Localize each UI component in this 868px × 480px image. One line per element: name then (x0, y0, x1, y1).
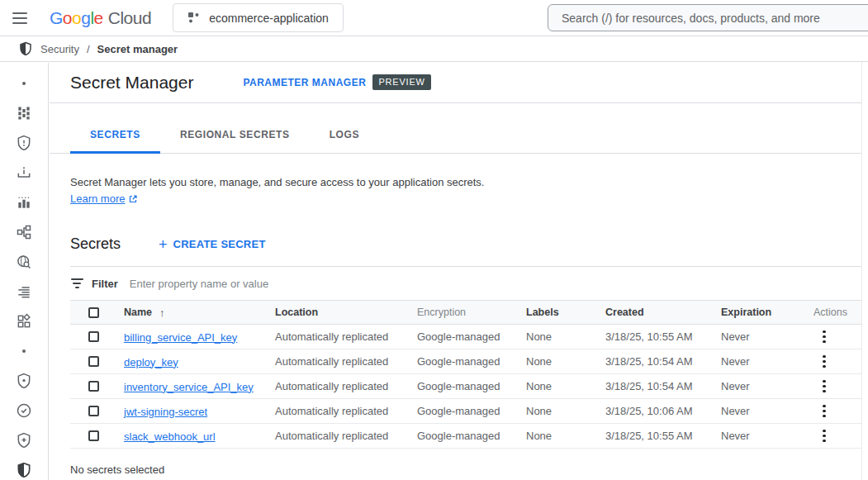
rail-item-compliance[interactable] (0, 396, 48, 425)
column-header-actions: Actions (813, 307, 861, 318)
breadcrumb-current-page: Secret manager (97, 43, 178, 55)
secret-link[interactable]: slack_webhook_url (124, 430, 216, 443)
cell-encryption: Google-managed (417, 380, 526, 392)
globe-search-icon (16, 254, 32, 270)
cell-encryption: Google-managed (417, 330, 526, 343)
rail-item-web-scanner[interactable] (0, 247, 48, 277)
cell-created: 3/18/25, 10:06 AM (605, 405, 721, 417)
secret-link[interactable]: inventory_service_API_key (124, 381, 254, 393)
cell-created: 3/18/25, 10:54 AM (605, 355, 721, 368)
breadcrumb-security[interactable]: Security (40, 43, 79, 55)
learn-more-label: Learn more (70, 191, 125, 207)
rail-item-dot-2[interactable] (0, 336, 48, 366)
row-checkbox[interactable] (88, 331, 99, 342)
google-cloud-logo: Google Cloud (50, 8, 151, 28)
table-row: slack_webhook_url Automatically replicat… (70, 424, 861, 449)
dot-icon (16, 75, 32, 92)
column-header-expiration[interactable]: Expiration (721, 307, 813, 318)
rail-item-overview[interactable] (0, 98, 48, 128)
scrollbar-gutter[interactable] (861, 62, 868, 480)
list-icon (16, 283, 32, 300)
menu-icon[interactable] (2, 0, 38, 36)
table-row: billing_service_API_key Automatically re… (70, 325, 861, 349)
secret-link[interactable]: billing_service_API_key (124, 331, 237, 344)
cell-location: Automatically replicated (275, 430, 417, 442)
service-description-text: Secret Manager lets you store, manage, a… (70, 174, 847, 191)
column-header-name[interactable]: Name (124, 307, 152, 318)
secret-manager-shield-icon (16, 462, 32, 478)
shield-alert-icon (16, 135, 32, 151)
row-checkbox[interactable] (88, 356, 99, 367)
cell-location: Automatically replicated (275, 380, 417, 392)
tab-bar: SECRETS REGIONAL SECRETS LOGS (50, 118, 868, 154)
secrets-table: Name ↑ Location Encryption Labels Create… (70, 300, 861, 449)
row-actions-menu-icon[interactable] (814, 352, 834, 372)
apps-diamond-icon (16, 313, 32, 330)
rail-item-risk-report[interactable] (0, 158, 48, 188)
row-actions-menu-icon[interactable] (814, 377, 834, 397)
parameter-manager-link[interactable]: PARAMETER MANAGER (243, 77, 366, 88)
cell-expiration: Never (721, 430, 813, 442)
create-secret-button[interactable]: + CREATE SECRET (159, 237, 266, 252)
global-search-bar[interactable] (548, 4, 868, 31)
plus-icon: + (159, 237, 168, 252)
rail-item-bar-chart[interactable] (0, 188, 48, 217)
table-row: deploy_key Automatically replicated Goog… (70, 349, 861, 374)
google-logo-text: Google (50, 8, 103, 28)
global-search-input[interactable] (562, 12, 864, 25)
filter-label: Filter (92, 278, 118, 290)
cell-expiration: Never (721, 355, 813, 368)
filter-icon (70, 278, 83, 288)
rail-item-topology[interactable] (0, 217, 48, 247)
table-header-row: Name ↑ Location Encryption Labels Create… (70, 300, 861, 325)
project-selector-button[interactable]: ecommerce-application (173, 3, 344, 32)
preview-badge: PREVIEW (372, 74, 430, 90)
learn-more-link[interactable]: Learn more (70, 191, 138, 207)
cell-labels: None (526, 355, 605, 368)
shield-plus-icon (16, 432, 32, 449)
row-actions-menu-icon[interactable] (814, 402, 834, 421)
row-checkbox[interactable] (88, 381, 99, 392)
secrets-heading: Secrets (70, 235, 121, 253)
rail-item-findings-list[interactable] (0, 277, 48, 307)
sort-ascending-icon[interactable]: ↑ (159, 307, 165, 319)
rail-item-secret-manager[interactable] (0, 455, 48, 480)
top-app-bar: Google Cloud ecommerce-application (0, 0, 868, 36)
tab-regional-secrets[interactable]: REGIONAL SECRETS (160, 118, 310, 154)
rail-item-shield-plus[interactable] (0, 425, 48, 455)
secret-link[interactable]: jwt-signing-secret (124, 406, 207, 418)
row-actions-menu-icon[interactable] (814, 327, 834, 347)
security-nav-rail (0, 63, 49, 480)
service-description: Secret Manager lets you store, manage, a… (70, 174, 847, 207)
breadcrumb-separator: / (87, 43, 90, 55)
rail-item-dot[interactable] (0, 69, 48, 98)
cell-encryption: Google-managed (417, 355, 526, 368)
rail-item-shield-alert[interactable] (0, 128, 48, 158)
filter-input[interactable] (130, 278, 861, 290)
security-shield-icon (18, 40, 33, 57)
rail-item-app-hub[interactable] (0, 307, 48, 336)
rail-item-shield-check[interactable] (0, 366, 48, 396)
cell-location: Automatically replicated (275, 330, 417, 343)
secret-link[interactable]: deploy_key (124, 356, 178, 368)
tab-logs[interactable]: LOGS (310, 118, 379, 154)
main-content: Secret Manager PARAMETER MANAGER PREVIEW… (50, 62, 868, 480)
overview-blocks-icon (16, 105, 32, 121)
table-row: jwt-signing-secret Automatically replica… (70, 399, 861, 424)
cell-encryption: Google-managed (417, 405, 526, 417)
tab-secrets[interactable]: SECRETS (70, 118, 160, 154)
cell-created: 3/18/25, 10:55 AM (605, 330, 721, 343)
column-header-encryption: Encryption (417, 307, 526, 318)
column-header-location[interactable]: Location (275, 307, 417, 318)
dot-icon (16, 343, 32, 359)
compliance-icon (16, 402, 32, 419)
select-all-checkbox[interactable] (88, 307, 99, 318)
column-header-labels[interactable]: Labels (526, 307, 605, 318)
row-checkbox[interactable] (88, 430, 99, 441)
cell-labels: None (526, 330, 605, 343)
column-header-created[interactable]: Created (605, 307, 721, 318)
row-actions-menu-icon[interactable] (814, 426, 834, 446)
shield-dot-icon (16, 373, 32, 389)
row-checkbox[interactable] (88, 406, 99, 416)
external-link-icon (128, 194, 138, 204)
